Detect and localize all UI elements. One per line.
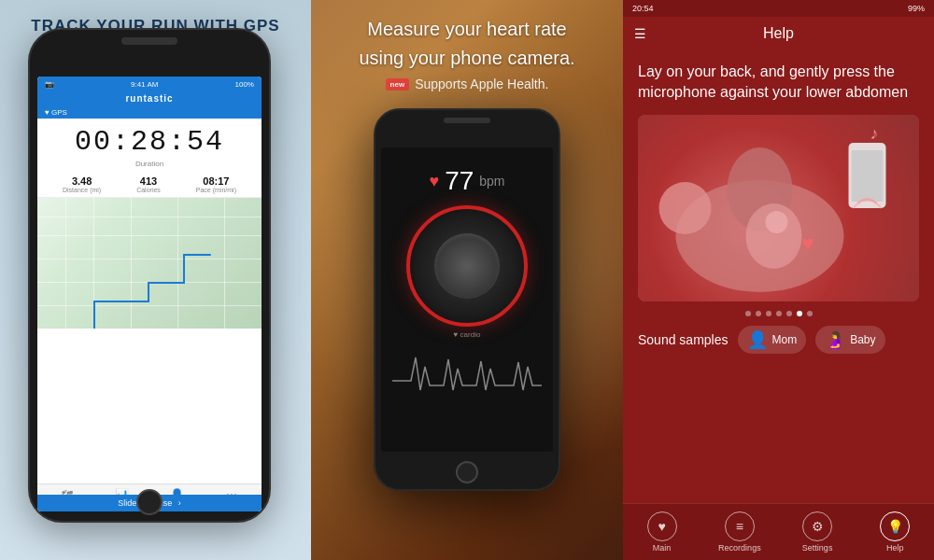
phone1-status: 📷 9:41 AM 100% bbox=[37, 77, 262, 91]
route-segment bbox=[148, 282, 185, 284]
battery: 100% bbox=[235, 80, 254, 89]
heart-waveform bbox=[392, 348, 542, 395]
help-nav-label: Help bbox=[886, 543, 904, 553]
heart-rate-display: ♥ 77 bpm bbox=[429, 166, 504, 196]
phone2-notch bbox=[444, 118, 490, 123]
dot-4 bbox=[776, 311, 782, 316]
settings-nav-icon: ⚙ bbox=[802, 511, 832, 541]
phone2-container: ♥ 77 bpm ♥ cardio bbox=[311, 99, 623, 500]
panel-heartrate: Measure your heart rate using your phone… bbox=[311, 0, 623, 560]
panel3-status-bar: 20:54 99% bbox=[623, 0, 934, 17]
svg-text:♪: ♪ bbox=[870, 124, 879, 143]
dot-3 bbox=[766, 311, 771, 316]
panel3-page-title: Help bbox=[763, 25, 794, 42]
recordings-nav-icon: ≡ bbox=[725, 511, 755, 541]
heart-icon: ♥ bbox=[429, 172, 439, 191]
panel3-content: Lay on your back, and gently press the m… bbox=[623, 50, 934, 374]
main-nav-label: Main bbox=[653, 543, 672, 553]
heart-gps-icon: ♥ GPS bbox=[45, 108, 67, 117]
map-road bbox=[37, 217, 262, 217]
baby-label: Baby bbox=[850, 333, 875, 346]
panel3-bottom-nav: ♥ Main ≡ Recordings ⚙ Settings 💡 Help bbox=[623, 503, 934, 560]
route-segment bbox=[183, 254, 185, 284]
icons-bar: ♥ GPS bbox=[37, 105, 262, 119]
stat-distance: 3.48 Distance (mi) bbox=[63, 175, 101, 193]
dot-7 bbox=[807, 311, 813, 316]
nav-help[interactable]: 💡 Help bbox=[856, 511, 934, 553]
app-name: runtastic bbox=[37, 91, 262, 105]
route-segment bbox=[183, 254, 211, 256]
chevron-right-icon: › bbox=[178, 498, 181, 508]
heart-rate-dial bbox=[406, 205, 528, 327]
dot-5 bbox=[786, 311, 792, 316]
sound-samples-section: Sound samples 👤 Mom 🤰 Baby bbox=[638, 326, 919, 354]
phone1-home-button[interactable] bbox=[136, 489, 163, 515]
run-stats: 3.48 Distance (mi) 413 Calories 08:17 Pa… bbox=[37, 172, 262, 198]
baby-icon: 🤰 bbox=[825, 329, 845, 350]
nav-main[interactable]: ♥ Main bbox=[623, 511, 700, 553]
phone-running: 📷 9:41 AM 100% runtastic ♥ GPS 00:28:54 … bbox=[28, 28, 271, 523]
svg-text:♥: ♥ bbox=[802, 231, 814, 255]
duration-label: Duration bbox=[37, 160, 262, 168]
dot-1 bbox=[745, 311, 751, 316]
map-road bbox=[224, 198, 225, 329]
route-segment bbox=[93, 301, 95, 329]
mom-button[interactable]: 👤 Mom bbox=[738, 326, 807, 354]
route-segment bbox=[148, 282, 149, 302]
badge-text: Supports Apple Health. bbox=[415, 77, 548, 91]
dial-container bbox=[406, 205, 528, 327]
main-nav-icon: ♥ bbox=[647, 511, 677, 541]
run-map bbox=[37, 198, 262, 329]
dial-label: ♥ cardio bbox=[454, 330, 481, 339]
nav-recordings[interactable]: ≡ Recordings bbox=[700, 511, 778, 553]
svg-rect-6 bbox=[852, 150, 884, 202]
svg-point-4 bbox=[766, 211, 788, 233]
camera-icon: 📷 bbox=[45, 80, 54, 89]
status-time: 9:41 AM bbox=[131, 80, 158, 89]
map-road bbox=[131, 198, 132, 329]
pagination-dots bbox=[638, 311, 919, 316]
map-road bbox=[37, 305, 262, 306]
bpm-value: 77 bbox=[445, 166, 474, 196]
panel2-badge: new Supports Apple Health. bbox=[311, 77, 623, 91]
recordings-nav-label: Recordings bbox=[718, 543, 761, 553]
phone-heartrate: ♥ 77 bpm ♥ cardio bbox=[374, 108, 560, 491]
map-road bbox=[37, 235, 262, 236]
panel-running: TRACK YOUR RUN WITH GPS 📷 9:41 AM 100% r… bbox=[0, 0, 311, 560]
dial-inner bbox=[434, 233, 500, 299]
bpm-unit: bpm bbox=[479, 174, 504, 189]
svg-point-2 bbox=[659, 182, 712, 234]
sound-samples-label: Sound samples bbox=[638, 332, 729, 347]
map-road bbox=[37, 259, 262, 259]
settings-nav-label: Settings bbox=[802, 543, 833, 553]
stat-pace: 08:17 Pace (min/mi) bbox=[196, 175, 236, 193]
instruction-illustration: ♪ ♥ bbox=[638, 115, 919, 301]
phone1-screen: 📷 9:41 AM 100% runtastic ♥ GPS 00:28:54 … bbox=[37, 77, 262, 511]
phone2-home-button[interactable] bbox=[456, 461, 478, 483]
panel3-header: ☰ Help bbox=[623, 17, 934, 50]
instruction-text: Lay on your back, and gently press the m… bbox=[638, 62, 919, 104]
dot-2 bbox=[756, 311, 761, 316]
run-timer: 00:28:54 bbox=[37, 119, 262, 160]
phone1-notch bbox=[121, 37, 177, 45]
mom-icon: 👤 bbox=[747, 329, 768, 350]
battery-p3: 99% bbox=[908, 4, 925, 13]
panel2-title: Measure your heart rate bbox=[311, 0, 623, 48]
stat-calories: 413 Calories bbox=[136, 175, 161, 193]
new-badge: new bbox=[386, 78, 410, 91]
status-time-p3: 20:54 bbox=[632, 4, 654, 13]
dot-6-active bbox=[797, 311, 802, 316]
map-road bbox=[65, 198, 66, 329]
nav-settings[interactable]: ⚙ Settings bbox=[779, 511, 856, 553]
panel2-subtitle: using your phone camera. bbox=[311, 48, 623, 73]
panel-baby-monitor: 20:54 99% ☰ Help Lay on your back, and g… bbox=[623, 0, 934, 560]
map-road bbox=[177, 198, 178, 329]
route-segment bbox=[93, 301, 149, 302]
phone2-screen: ♥ 77 bpm ♥ cardio bbox=[381, 147, 553, 452]
baby-button[interactable]: 🤰 Baby bbox=[815, 326, 884, 354]
menu-icon[interactable]: ☰ bbox=[634, 26, 646, 41]
mom-label: Mom bbox=[772, 333, 798, 346]
help-nav-icon: 💡 bbox=[880, 511, 910, 541]
